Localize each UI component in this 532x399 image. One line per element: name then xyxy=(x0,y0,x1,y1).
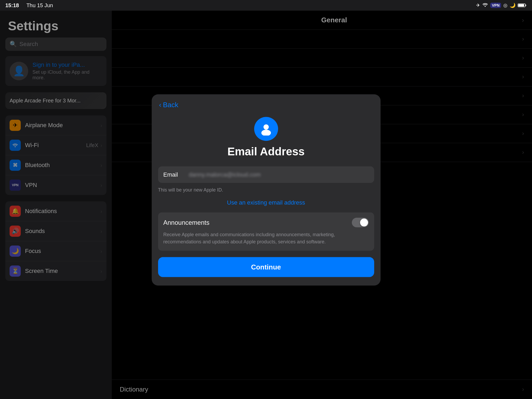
apple-id-hint: This will be your new Apple ID. xyxy=(152,185,381,193)
status-right: ✈ VPN ◎ 🌙 xyxy=(476,2,527,8)
svg-rect-1 xyxy=(525,5,526,6)
toggle-knob xyxy=(360,219,368,227)
status-left: 15:18 Thu 15 Jun xyxy=(5,2,53,9)
wifi-status-icon xyxy=(482,3,488,8)
email-label: Email xyxy=(163,171,185,178)
announcements-section: Announcements Receive Apple emails and c… xyxy=(158,213,374,251)
use-existing-email-link[interactable]: Use an existing email address xyxy=(152,197,381,213)
vpn-status-icon: VPN xyxy=(490,3,501,8)
continue-button[interactable]: Continue xyxy=(158,257,374,277)
modal-avatar xyxy=(152,117,381,141)
moon-status-icon: 🌙 xyxy=(510,2,515,8)
battery-status-icon xyxy=(518,3,527,7)
person-fill-icon xyxy=(259,122,273,136)
email-input[interactable]: danny.malorca@icloud.com xyxy=(189,171,369,178)
svg-point-3 xyxy=(263,124,269,130)
back-button[interactable]: ‹ Back xyxy=(152,94,381,112)
continue-label: Continue xyxy=(251,263,281,271)
email-row: Email danny.malorca@icloud.com xyxy=(158,167,374,183)
announcements-toggle[interactable] xyxy=(352,218,369,227)
announcements-row: Announcements xyxy=(163,218,369,227)
email-section: Email danny.malorca@icloud.com xyxy=(158,167,374,183)
modal-avatar-circle xyxy=(254,117,278,141)
back-chevron-icon: ‹ xyxy=(159,101,162,109)
airplane-status-icon: ✈ xyxy=(476,2,480,8)
announcements-description: Receive Apple emails and communications … xyxy=(163,231,369,246)
back-label: Back xyxy=(163,101,178,109)
announcements-label: Announcements xyxy=(163,219,352,226)
status-bar: 15:18 Thu 15 Jun ✈ VPN ◎ 🌙 xyxy=(0,0,532,11)
status-time: 15:18 xyxy=(5,2,19,9)
status-date: Thu 15 Jun xyxy=(26,2,53,9)
svg-point-4 xyxy=(261,130,271,136)
svg-rect-2 xyxy=(518,4,524,7)
email-address-modal: ‹ Back Email Address Email danny.malorca… xyxy=(152,94,381,286)
location-status-icon: ◎ xyxy=(503,2,508,8)
modal-title: Email Address xyxy=(152,145,381,158)
